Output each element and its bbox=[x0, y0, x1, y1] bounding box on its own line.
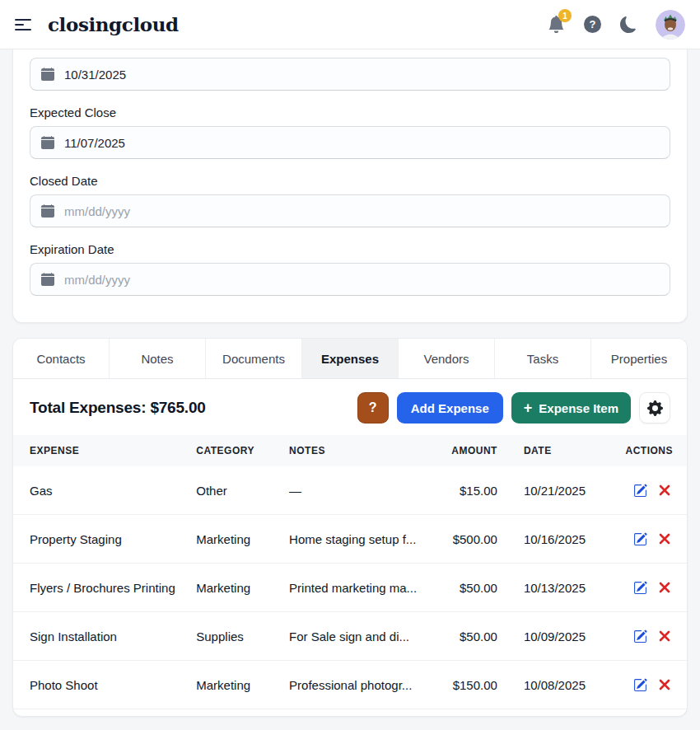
edit-expense-icon[interactable] bbox=[633, 484, 647, 498]
tab-documents[interactable]: Documents bbox=[205, 339, 301, 378]
deal-detail-panel: Contacts Notes Documents Expenses Vendor… bbox=[12, 338, 688, 717]
moon-icon bbox=[620, 16, 637, 33]
table-row: Property Staging Marketing Home staging … bbox=[13, 515, 687, 564]
date-field-group: Expected Close bbox=[30, 105, 670, 159]
table-row: Gas Other — $15.00 10/21/2025 bbox=[13, 466, 687, 515]
help-button[interactable]: ? bbox=[357, 392, 389, 423]
deal-dates-card: Expected Close Closed Date bbox=[12, 49, 688, 323]
tab-tasks[interactable]: Tasks bbox=[494, 339, 590, 378]
add-expense-button[interactable]: Add Expense bbox=[397, 392, 503, 423]
expense-cell: Sign Installation bbox=[30, 629, 196, 643]
amount-cell: $50.00 bbox=[436, 581, 497, 595]
date-input-field[interactable] bbox=[64, 68, 659, 82]
category-cell: Marketing bbox=[196, 678, 289, 692]
notes-cell: Printed marketing ma... bbox=[289, 581, 436, 595]
settings-button[interactable] bbox=[639, 392, 670, 423]
add-expense-item-button[interactable]: + Expense Item bbox=[511, 392, 631, 423]
date-input[interactable] bbox=[30, 126, 670, 159]
gear-icon bbox=[647, 400, 663, 416]
expense-cell: Flyers / Brochures Printing bbox=[30, 581, 196, 595]
date-cell: 10/13/2025 bbox=[497, 581, 626, 595]
edit-expense-icon[interactable] bbox=[633, 581, 647, 595]
field-label: Closed Date bbox=[30, 174, 670, 188]
tabs: Contacts Notes Documents Expenses Vendor… bbox=[13, 339, 687, 379]
calendar-icon bbox=[41, 136, 54, 149]
help-icon[interactable]: ? bbox=[584, 16, 601, 33]
delete-expense-icon[interactable] bbox=[659, 582, 670, 593]
table-row: Flyers / Brochures Printing Marketing Pr… bbox=[13, 564, 687, 612]
date-input[interactable] bbox=[30, 194, 670, 227]
amount-cell: $15.00 bbox=[436, 484, 497, 498]
delete-expense-icon[interactable] bbox=[659, 630, 670, 642]
actions-cell bbox=[626, 629, 670, 643]
edit-expense-icon[interactable] bbox=[633, 629, 647, 643]
toolbar-buttons: ? Add Expense + Expense Item bbox=[357, 392, 670, 423]
edit-expense-icon[interactable] bbox=[633, 532, 647, 546]
category-cell: Marketing bbox=[196, 581, 289, 595]
tab-notes[interactable]: Notes bbox=[109, 339, 205, 378]
total-expenses-label: Total Expenses: $765.00 bbox=[30, 399, 206, 417]
tab-label: Notes bbox=[141, 352, 173, 366]
date-cell: 10/09/2025 bbox=[497, 629, 626, 643]
category-cell: Marketing bbox=[196, 532, 289, 546]
expense-item-label: Expense Item bbox=[539, 401, 618, 415]
top-nav-bar: closingcloud 1 ? bbox=[0, 0, 700, 49]
date-cell: 10/21/2025 bbox=[497, 484, 626, 498]
table-row: Photo Shoot Marketing Professional photo… bbox=[13, 661, 687, 709]
edit-expense-icon[interactable] bbox=[633, 678, 647, 692]
date-input-field[interactable] bbox=[64, 273, 659, 287]
tab-label: Vendors bbox=[423, 352, 469, 366]
actions-cell bbox=[626, 532, 670, 546]
table-row: Sign Installation Supplies For Sale sign… bbox=[13, 612, 687, 661]
delete-expense-icon[interactable] bbox=[659, 484, 670, 496]
expense-cell: Property Staging bbox=[30, 532, 196, 546]
hamburger-menu-icon[interactable] bbox=[15, 16, 35, 34]
expenses-table-header: EXPENSE CATEGORY NOTES AMOUNT DATE ACTIO… bbox=[13, 435, 687, 466]
category-cell: Supplies bbox=[196, 629, 289, 643]
plus-icon: + bbox=[524, 400, 533, 415]
date-input[interactable] bbox=[30, 58, 670, 91]
date-input-field[interactable] bbox=[64, 136, 659, 150]
amount-cell: $500.00 bbox=[436, 532, 497, 546]
date-input-field[interactable] bbox=[64, 204, 659, 218]
date-input[interactable] bbox=[30, 263, 670, 296]
column-header-category: CATEGORY bbox=[196, 445, 289, 456]
expense-cell: Gas bbox=[30, 484, 196, 498]
calendar-icon bbox=[41, 273, 54, 286]
column-header-amount: AMOUNT bbox=[436, 445, 497, 456]
expenses-table-body: Gas Other — $15.00 10/21/2025 bbox=[13, 466, 687, 709]
amount-cell: $50.00 bbox=[436, 629, 497, 643]
amount-cell: $150.00 bbox=[436, 678, 497, 692]
date-field-group: Expiration Date bbox=[30, 242, 670, 296]
date-field-group bbox=[30, 58, 670, 91]
tab-contacts[interactable]: Contacts bbox=[13, 339, 109, 378]
page-content: Expected Close Closed Date bbox=[0, 49, 700, 717]
tab-vendors[interactable]: Vendors bbox=[398, 339, 494, 378]
calendar-icon bbox=[41, 68, 54, 81]
tab-expenses[interactable]: Expenses bbox=[301, 339, 398, 378]
app-logo[interactable]: closingcloud bbox=[48, 13, 179, 35]
tab-label: Properties bbox=[611, 352, 667, 366]
avatar-illustration bbox=[656, 10, 685, 40]
notes-cell: Professional photogr... bbox=[289, 678, 436, 692]
user-avatar[interactable] bbox=[656, 10, 685, 40]
actions-cell bbox=[626, 581, 670, 595]
notification-bell-icon[interactable]: 1 bbox=[548, 16, 565, 33]
column-header-actions: ACTIONS bbox=[626, 445, 670, 456]
tab-label: Documents bbox=[222, 352, 285, 366]
field-label: Expiration Date bbox=[30, 242, 670, 256]
field-label: Expected Close bbox=[30, 105, 670, 119]
actions-cell bbox=[626, 678, 670, 692]
calendar-icon bbox=[41, 204, 54, 218]
delete-expense-icon[interactable] bbox=[659, 533, 670, 545]
notes-cell: — bbox=[289, 484, 436, 498]
delete-expense-icon[interactable] bbox=[659, 679, 670, 690]
date-field-group: Closed Date bbox=[30, 174, 670, 227]
question-mark-icon: ? bbox=[584, 16, 601, 33]
notification-count-badge: 1 bbox=[558, 9, 572, 22]
tab-label: Expenses bbox=[321, 352, 379, 366]
date-cell: 10/16/2025 bbox=[497, 532, 626, 546]
tab-label: Contacts bbox=[36, 352, 85, 366]
dark-mode-moon-icon[interactable] bbox=[620, 16, 637, 33]
tab-properties[interactable]: Properties bbox=[590, 339, 687, 378]
